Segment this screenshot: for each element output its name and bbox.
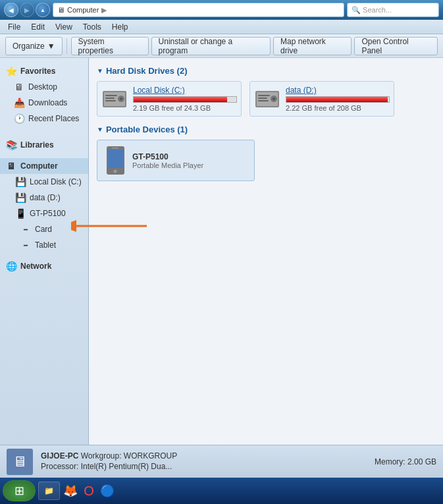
memory-info: Memory: 2.00 GB <box>375 457 436 466</box>
organize-button[interactable]: Organize ▼ <box>5 37 63 55</box>
status-bar: 🖥 GIJOE-PC Workgroup: WORKGROUP Processo… <box>0 445 443 478</box>
hdd-d-icon <box>254 88 280 111</box>
data-disk-info: data (D:) 2.22 GB free of 208 GB <box>286 86 390 112</box>
data-disk-bar-fill <box>286 97 388 102</box>
portable-info: GT-P5100 Portable Media Player <box>132 152 203 169</box>
svg-rect-17 <box>112 148 118 149</box>
toolbar-divider <box>66 38 67 54</box>
local-disk-info: Local Disk (C:) 2.19 GB free of 24.3 GB <box>133 86 237 112</box>
hdd-collapse-arrow[interactable]: ▼ <box>97 67 103 74</box>
sidebar-item-desktop[interactable]: 🖥 Desktop <box>0 79 88 95</box>
portable-section-header: ▼ Portable Devices (1) <box>97 125 435 134</box>
nav-buttons: ◀ ▶ ▲ <box>4 3 50 17</box>
address-bar[interactable]: 🖥 Computer ▶ <box>53 3 344 17</box>
portable-type: Portable Media Player <box>132 161 203 169</box>
search-bar[interactable]: 🔍 Search... <box>347 3 439 17</box>
pc-icon: 🖥 <box>7 449 33 475</box>
local-disk-item[interactable]: Local Disk (C:) 2.19 GB free of 24.3 GB <box>97 81 242 117</box>
forward-button[interactable]: ▶ <box>20 3 34 17</box>
svg-rect-5 <box>105 98 115 99</box>
libraries-icon: 📚 <box>5 139 17 151</box>
taskbar-explorer[interactable]: 📁 <box>38 482 60 500</box>
data-disk-item[interactable]: data (D:) 2.22 GB free of 208 GB <box>249 81 394 117</box>
taskbar-chrome[interactable]: 🔵 <box>99 483 115 499</box>
address-icon: 🖥 <box>57 6 65 14</box>
menu-view[interactable]: View <box>50 21 78 33</box>
sidebar-item-tablet[interactable]: ━ Tablet <box>0 237 88 253</box>
pc-name: GIJOE-PC <box>41 451 78 461</box>
sidebar-item-card[interactable]: ━ Card <box>0 221 88 237</box>
sidebar-item-favorites[interactable]: ⭐ Favorites <box>0 63 88 79</box>
portable-collapse-arrow[interactable]: ▼ <box>97 126 103 133</box>
pc-name-workgroup: GIJOE-PC Workgroup: WORKGROUP <box>41 451 177 461</box>
portable-device-item[interactable]: GT-P5100 Portable Media Player <box>97 140 255 181</box>
card-icon: ━ <box>20 223 32 235</box>
system-properties-label: System properties <box>78 37 142 55</box>
toolbar: Organize ▼ System properties Uninstall o… <box>0 34 443 58</box>
downloads-icon: 📥 <box>13 97 25 109</box>
svg-rect-15 <box>108 150 123 168</box>
explorer-icon: 📁 <box>44 486 54 495</box>
network-icon: 🌐 <box>5 260 17 272</box>
system-properties-button[interactable]: System properties <box>71 37 149 55</box>
organize-label: Organize <box>13 42 45 51</box>
content-area: ▼ Hard Disk Drives (2) Local Disk (C:) <box>89 58 443 445</box>
menu-tools[interactable]: Tools <box>78 21 107 33</box>
sidebar-separator-1 <box>0 132 88 137</box>
map-network-label: Map network drive <box>280 37 344 55</box>
local-disk-bar-bg <box>133 96 237 103</box>
sidebar-item-network[interactable]: 🌐 Network <box>0 258 88 274</box>
sidebar: ⭐ Favorites 🖥 Desktop 📥 Downloads 🕐 Rece… <box>0 58 89 445</box>
main-layout: ⭐ Favorites 🖥 Desktop 📥 Downloads 🕐 Rece… <box>0 58 443 445</box>
local-disk-name[interactable]: Local Disk (C:) <box>133 86 237 95</box>
map-network-button[interactable]: Map network drive <box>273 37 352 55</box>
taskbar: ⊞ 📁 🦊 O 🔵 <box>0 478 443 504</box>
title-bar: ◀ ▶ ▲ 🖥 Computer ▶ 🔍 Search... <box>0 0 443 20</box>
sidebar-item-data[interactable]: 💾 data (D:) <box>0 190 88 206</box>
svg-point-16 <box>114 170 117 173</box>
portable-section-label: Portable Devices (1) <box>106 125 188 134</box>
svg-rect-4 <box>105 95 117 96</box>
svg-rect-12 <box>258 98 267 99</box>
breadcrumb-arrow: ▶ <box>101 6 107 14</box>
svg-point-3 <box>120 98 122 100</box>
sidebar-item-libraries[interactable]: 📚 Libraries <box>0 137 88 153</box>
phone-icon <box>104 146 127 175</box>
svg-rect-13 <box>258 100 269 101</box>
status-info: GIJOE-PC Workgroup: WORKGROUP Processor:… <box>41 451 177 472</box>
local-disk-icon: 💾 <box>14 176 26 188</box>
hard-disk-section-header: ▼ Hard Disk Drives (2) <box>97 66 435 76</box>
taskbar-firefox[interactable]: 🦊 <box>63 483 78 499</box>
svg-rect-11 <box>258 95 270 96</box>
up-button[interactable]: ▲ <box>36 3 50 17</box>
hdd-c-icon <box>101 88 128 111</box>
sidebar-item-downloads[interactable]: 📥 Downloads <box>0 95 88 111</box>
recent-icon: 🕐 <box>13 113 25 125</box>
sidebar-item-recent[interactable]: 🕐 Recent Places <box>0 111 88 126</box>
svg-point-10 <box>273 98 275 100</box>
sidebar-item-local-disk[interactable]: 💾 Local Disk (C:) <box>0 174 88 190</box>
sidebar-separator-2 <box>0 153 88 158</box>
sidebar-item-gt-p5100[interactable]: 📱 GT-P5100 <box>0 206 88 221</box>
svg-rect-6 <box>105 100 116 101</box>
favorites-section: ⭐ Favorites 🖥 Desktop 📥 Downloads 🕐 Rece… <box>0 63 88 126</box>
data-disk-name[interactable]: data (D:) <box>286 86 390 95</box>
menu-edit[interactable]: Edit <box>26 21 50 33</box>
uninstall-button[interactable]: Uninstall or change a program <box>151 37 271 55</box>
start-button[interactable]: ⊞ <box>3 480 36 501</box>
processor-info: Processor: Intel(R) Pentium(R) Dua... <box>41 462 177 471</box>
taskbar-opera[interactable]: O <box>81 483 97 499</box>
local-disk-bar-fill <box>134 97 227 102</box>
gt-p5100-icon: 📱 <box>14 208 26 219</box>
drives-grid: Local Disk (C:) 2.19 GB free of 24.3 GB <box>97 81 435 117</box>
menu-bar: File Edit View Tools Help <box>0 20 443 34</box>
hard-disk-section-label: Hard Disk Drives (2) <box>106 66 188 76</box>
organize-arrow: ▼ <box>47 42 55 51</box>
back-button[interactable]: ◀ <box>4 3 18 17</box>
menu-help[interactable]: Help <box>107 21 134 33</box>
sidebar-item-computer[interactable]: 🖥 Computer <box>0 158 88 174</box>
portable-name: GT-P5100 <box>132 152 203 161</box>
menu-file[interactable]: File <box>3 21 26 33</box>
computer-icon: 🖥 <box>5 160 17 172</box>
control-panel-button[interactable]: Open Control Panel <box>354 37 438 55</box>
